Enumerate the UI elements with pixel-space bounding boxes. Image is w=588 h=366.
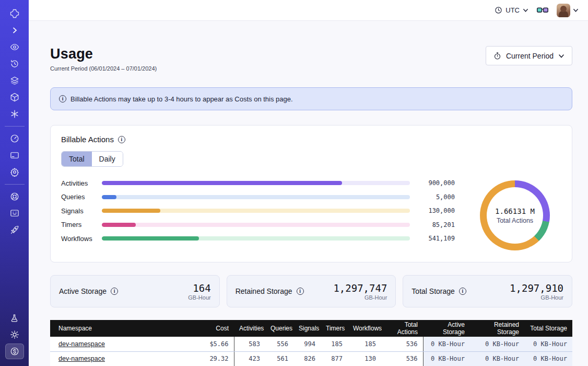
banner-text: Billable Actions may take up to 3-4 hour… bbox=[70, 95, 293, 103]
total-storage-card: Total Storage i 1,297,910 GB-Hour bbox=[403, 275, 572, 307]
chevron-down-icon bbox=[558, 53, 565, 59]
bar-row-workflows: Workflows 541,109 bbox=[61, 234, 455, 243]
retained-storage-cell: 0 KB-Hour bbox=[470, 337, 524, 351]
total-storage-label: Total Storage bbox=[411, 287, 455, 295]
billing-card-icon[interactable] bbox=[5, 147, 24, 163]
tab-daily[interactable]: Daily bbox=[92, 152, 123, 166]
feedback-icon[interactable] bbox=[5, 205, 24, 221]
bar-value: 541,109 bbox=[417, 235, 455, 242]
donut-total-value: 1.66131 M bbox=[495, 207, 535, 215]
col-workflows: Workflows bbox=[348, 320, 381, 337]
cost-cell: $5.66 bbox=[192, 337, 234, 351]
total-storage-value: 1,297,910 bbox=[510, 282, 563, 294]
bar-label: Activities bbox=[61, 179, 102, 187]
bar-track bbox=[102, 223, 410, 227]
history-icon[interactable] bbox=[5, 56, 24, 72]
table-row: dev-namespace 29.32 423 561 826 877 130 … bbox=[50, 351, 572, 366]
main-content: Usage Current Period (06/01/2024 – 07/01… bbox=[29, 21, 588, 366]
signals-cell: 994 bbox=[293, 337, 321, 351]
chevron-down-icon bbox=[523, 7, 528, 13]
retained-storage-cell: 0 KB-Hour bbox=[470, 351, 524, 366]
period-dropdown-button[interactable]: Current Period bbox=[486, 46, 572, 65]
col-queries: Queries bbox=[265, 320, 293, 337]
total-actions-cell: 536 bbox=[381, 337, 423, 351]
cube-icon[interactable] bbox=[5, 89, 24, 105]
bar-fill bbox=[102, 223, 136, 227]
bar-row-queries: Queries 5,000 bbox=[61, 192, 455, 202]
theme-sun-icon[interactable] bbox=[5, 327, 24, 342]
activities-cell: 583 bbox=[234, 337, 265, 351]
signals-cell: 826 bbox=[293, 351, 321, 366]
account-menu[interactable] bbox=[557, 4, 579, 17]
temporal-logo-icon[interactable] bbox=[5, 6, 24, 21]
col-cost: Cost bbox=[192, 320, 234, 337]
rocket-icon[interactable] bbox=[5, 222, 24, 238]
tab-total[interactable]: Total bbox=[62, 152, 92, 166]
bar-track bbox=[102, 236, 410, 241]
info-icon[interactable]: i bbox=[297, 288, 304, 295]
billable-actions-bar-chart: Activities 900,000 Queries 5,000 Signals… bbox=[61, 178, 468, 248]
asterisk-icon[interactable] bbox=[5, 106, 24, 122]
lab-flask-icon[interactable] bbox=[5, 310, 24, 326]
total-actions-cell: 536 bbox=[381, 351, 423, 366]
bar-value: 900,000 bbox=[417, 179, 455, 187]
workflows-cell: 185 bbox=[348, 337, 381, 351]
billable-actions-card: Billable Actions i Total Daily Activitie… bbox=[50, 125, 572, 262]
active-storage-cell: 0 KB-Hour bbox=[423, 337, 470, 351]
active-storage-card: Active Storage i 164 GB-Hour bbox=[50, 275, 220, 307]
usage-dollar-icon[interactable] bbox=[5, 344, 24, 359]
page-subtitle: Current Period (06/01/2024 – 07/01/2024) bbox=[50, 65, 157, 72]
cost-cell: 29.32 bbox=[192, 351, 234, 366]
table-header-row: Namespace Cost Activities Queries Signal… bbox=[50, 320, 572, 337]
retained-storage-card: Retained Storage i 1,297,747 GB-Hour bbox=[227, 275, 396, 307]
period-button-label: Current Period bbox=[506, 52, 554, 60]
page-header: Usage Current Period (06/01/2024 – 07/01… bbox=[50, 46, 572, 72]
col-active-storage: Active Storage bbox=[423, 320, 470, 337]
namespace-link[interactable]: dev-namespace bbox=[58, 355, 105, 362]
bar-fill bbox=[102, 195, 116, 199]
support-lifebuoy-icon[interactable] bbox=[5, 189, 24, 204]
queries-cell: 556 bbox=[265, 337, 293, 351]
total-storage-unit: GB-Hour bbox=[510, 294, 563, 301]
bar-label: Timers bbox=[61, 221, 102, 228]
timezone-selector[interactable]: UTC bbox=[495, 6, 528, 14]
active-storage-unit: GB-Hour bbox=[188, 294, 210, 301]
eye-icon[interactable] bbox=[5, 39, 24, 55]
bar-fill bbox=[102, 209, 160, 213]
glasses-icon[interactable] bbox=[537, 6, 548, 15]
layers-icon[interactable] bbox=[5, 73, 24, 88]
topbar: UTC bbox=[29, 0, 588, 21]
bar-label: Workflows bbox=[61, 235, 102, 243]
bar-row-timers: Timers 85,201 bbox=[61, 220, 455, 230]
avatar bbox=[557, 4, 570, 17]
col-activities: Activities bbox=[234, 320, 265, 337]
col-signals: Signals bbox=[293, 320, 321, 337]
sidebar-divider bbox=[5, 126, 25, 127]
queries-cell: 561 bbox=[265, 351, 293, 366]
bar-track bbox=[102, 195, 410, 199]
gauge-icon[interactable] bbox=[5, 131, 24, 146]
bar-label: Queries bbox=[61, 193, 102, 201]
total-actions-donut-chart: 1.66131 M Total Actions bbox=[468, 178, 561, 250]
billable-actions-title: Billable Actions bbox=[61, 135, 114, 144]
total-daily-toggle: Total Daily bbox=[61, 151, 123, 167]
col-retained-storage: Retained Storage bbox=[470, 320, 524, 337]
bar-fill bbox=[102, 236, 199, 241]
sidebar bbox=[0, 0, 29, 366]
namespace-usage-table: Namespace Cost Activities Queries Signal… bbox=[50, 320, 572, 366]
settings-gear-icon[interactable] bbox=[5, 164, 24, 180]
active-storage-cell: 0 KB-Hour bbox=[423, 351, 470, 366]
clock-icon bbox=[495, 6, 502, 14]
namespace-link[interactable]: dev-namespace bbox=[58, 340, 105, 348]
info-icon[interactable]: i bbox=[118, 136, 125, 143]
bar-value: 130,000 bbox=[417, 207, 455, 214]
col-total-storage: Total Storage bbox=[524, 320, 572, 337]
bar-row-activities: Activities 900,000 bbox=[61, 178, 455, 188]
bar-value: 5,000 bbox=[417, 193, 455, 201]
table-row: dev-namespace $5.66 583 556 994 185 185 … bbox=[50, 337, 572, 351]
billable-actions-info-banner: i Billable Actions may take up to 3-4 ho… bbox=[50, 87, 572, 110]
info-icon[interactable]: i bbox=[459, 288, 466, 295]
collapse-chevron-icon[interactable] bbox=[5, 22, 24, 38]
timers-cell: 877 bbox=[321, 351, 348, 366]
info-icon[interactable]: i bbox=[111, 288, 118, 295]
